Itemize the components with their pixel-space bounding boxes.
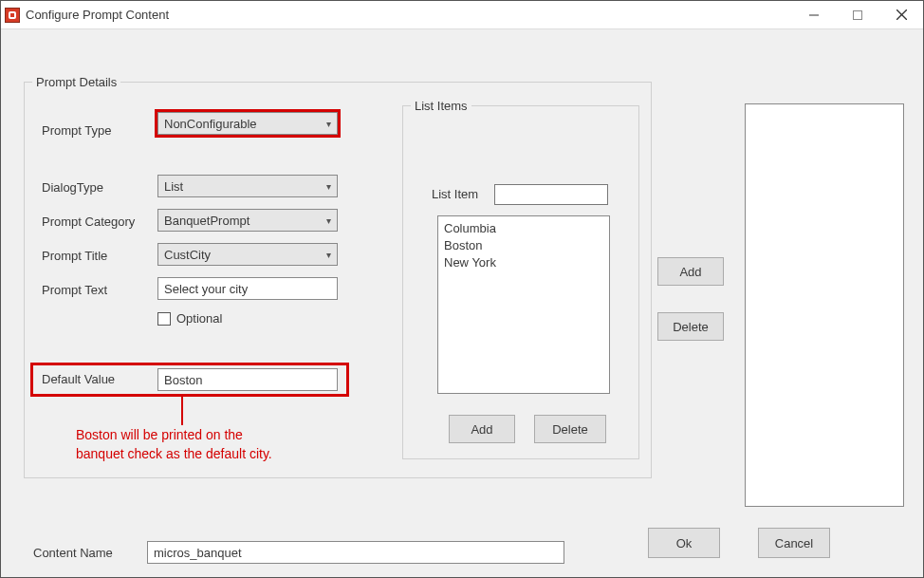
list-delete-button[interactable]: Delete: [534, 415, 606, 443]
list-items-legend: List Items: [411, 99, 471, 113]
ok-button[interactable]: Ok: [648, 528, 720, 558]
list-item[interactable]: New York: [444, 254, 603, 271]
dialog-type-label: DialogType: [42, 180, 156, 195]
prompt-type-value: NonConfigurable: [164, 117, 257, 131]
titlebar: Configure Prompt Content: [1, 1, 923, 29]
annotation-line-2: banquet check as the default city.: [76, 444, 272, 463]
list-items-group: List Items List Item Columbia Boston New…: [402, 99, 639, 459]
maximize-button[interactable]: [836, 1, 879, 28]
content-name-row: Content Name micros_banquet: [33, 541, 564, 564]
svg-rect-1: [854, 10, 862, 19]
prompt-details-group: Prompt Details Prompt Type NonConfigurab…: [24, 75, 652, 478]
app-icon: [5, 8, 20, 23]
content-name-value: micros_banquet: [154, 546, 242, 560]
prompt-text-input[interactable]: Select your city: [157, 277, 338, 300]
minimize-button[interactable]: [792, 1, 836, 28]
prompt-title-label: Prompt Title: [42, 249, 156, 263]
default-value-value: Boston: [164, 373, 202, 387]
prompt-title-value: CustCity: [164, 248, 211, 262]
prompt-text-label: Prompt Text: [42, 283, 156, 297]
side-listbox[interactable]: [745, 103, 904, 507]
chevron-down-icon: ▾: [326, 181, 331, 192]
close-button[interactable]: [879, 1, 923, 28]
client-area: Prompt Details Prompt Type NonConfigurab…: [1, 29, 923, 577]
default-value-input[interactable]: Boston: [157, 368, 338, 391]
list-item-input[interactable]: [494, 184, 608, 205]
prompt-category-value: BanquetPrompt: [164, 214, 249, 228]
minimize-icon: [809, 10, 819, 20]
cancel-button[interactable]: Cancel: [758, 528, 830, 558]
chevron-down-icon: ▾: [326, 119, 331, 129]
optional-checkbox[interactable]: [157, 312, 171, 326]
window: Configure Prompt Content Prompt Details …: [0, 0, 924, 578]
prompt-category-select[interactable]: BanquetPrompt ▾: [157, 209, 338, 232]
close-icon: [896, 9, 907, 20]
prompt-category-label: Prompt Category: [42, 214, 156, 229]
prompt-details-legend: Prompt Details: [32, 75, 120, 89]
dialog-type-value: List: [164, 179, 183, 194]
list-items-listbox[interactable]: Columbia Boston New York: [437, 215, 610, 394]
default-value-label: Default Value: [42, 372, 156, 386]
list-item[interactable]: Boston: [444, 237, 603, 254]
annotation-line-1: Boston will be printed on the: [76, 425, 272, 444]
content-name-input[interactable]: micros_banquet: [147, 541, 564, 564]
annotation-connector: [181, 397, 183, 425]
content-name-label: Content Name: [33, 546, 147, 560]
optional-label: Optional: [176, 311, 222, 326]
prompt-title-select[interactable]: CustCity ▾: [157, 243, 338, 266]
list-item[interactable]: Columbia: [444, 220, 603, 237]
side-delete-button[interactable]: Delete: [657, 312, 724, 341]
dialog-type-select[interactable]: List ▾: [157, 175, 338, 197]
prompt-type-label: Prompt Type: [42, 123, 156, 138]
window-title: Configure Prompt Content: [26, 8, 169, 22]
maximize-icon: [853, 10, 862, 20]
chevron-down-icon: ▾: [326, 215, 331, 226]
list-add-button[interactable]: Add: [449, 415, 515, 443]
prompt-text-value: Select your city: [164, 282, 248, 296]
list-item-label: List Item: [432, 187, 478, 201]
chevron-down-icon: ▾: [326, 250, 331, 260]
prompt-type-select[interactable]: NonConfigurable ▾: [157, 112, 338, 135]
side-add-button[interactable]: Add: [657, 257, 724, 286]
